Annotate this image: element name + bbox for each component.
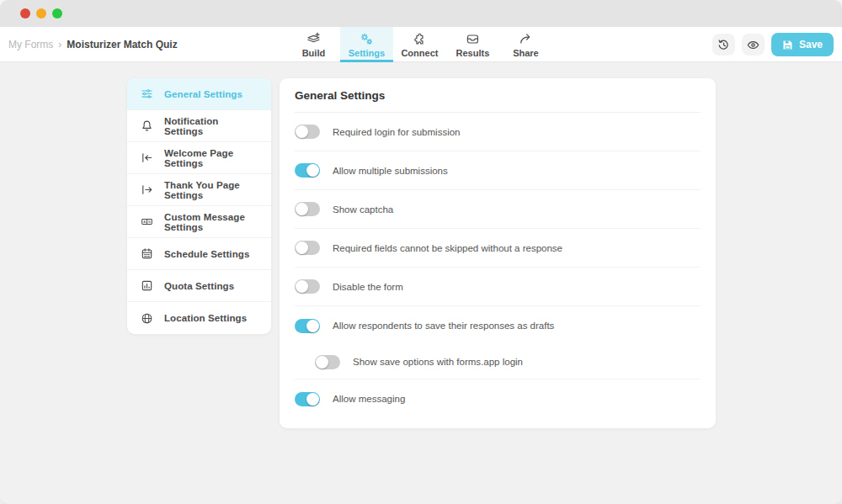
sidebar-item-label: Location Settings — [164, 313, 247, 323]
sliders-icon — [140, 88, 153, 101]
setting-label: Required fields cannot be skipped withou… — [333, 243, 562, 253]
tab-connect[interactable]: Connect — [393, 27, 446, 62]
breadcrumb: My Forms › Moisturizer Match Quiz — [0, 39, 178, 50]
tab-label: Settings — [349, 48, 385, 58]
save-label: Save — [799, 39, 823, 50]
tab-share[interactable]: Share — [499, 27, 552, 62]
toggle-disable-form[interactable] — [295, 279, 320, 294]
preview-button[interactable] — [742, 34, 765, 56]
minimize-window-button[interactable] — [36, 8, 46, 19]
window-controls — [20, 8, 62, 19]
setting-row-allow-messaging: Allow messaging — [295, 379, 701, 418]
eye-icon — [747, 39, 759, 51]
setting-label: Disable the form — [333, 282, 403, 292]
setting-row-multiple-submissions: Allow multiple submissions — [295, 151, 701, 190]
toggle-multiple-submissions[interactable] — [295, 163, 320, 178]
app-window: My Forms › Moisturizer Match Quiz Build — [0, 0, 842, 504]
setting-row-save-drafts: Allow respondents to save their response… — [295, 306, 701, 345]
sidebar-item-label: Welcome Page Settings — [164, 148, 258, 168]
history-button[interactable] — [712, 34, 735, 56]
zoom-window-button[interactable] — [52, 8, 62, 19]
sidebar-item-label: Custom Message Settings — [164, 212, 258, 232]
setting-row-required-fields: Required fields cannot be skipped withou… — [295, 229, 701, 268]
toggle-show-captcha[interactable] — [295, 202, 320, 216]
puzzle-icon — [413, 32, 427, 46]
setting-row-required-login: Required login for submission — [295, 113, 701, 151]
toggle-required-login[interactable] — [295, 125, 320, 139]
setting-row-save-options-login: Show save options with forms.app login — [295, 345, 701, 379]
layers-plus-icon — [306, 32, 321, 46]
calendar-icon — [140, 247, 153, 261]
sidebar-item-label: General Settings — [164, 89, 242, 99]
tab-build[interactable]: Build — [287, 27, 340, 62]
globe-icon — [140, 311, 153, 325]
sidebar-item-label: Schedule Settings — [164, 249, 249, 259]
history-icon — [717, 39, 730, 51]
general-settings-panel: General Settings Required login for subm… — [280, 78, 716, 428]
tab-label: Share — [513, 48, 539, 58]
sidebar-item-label: Thank You Page Settings — [164, 180, 258, 200]
inbox-icon — [466, 32, 480, 46]
bell-icon — [140, 119, 153, 133]
toggle-save-options-login[interactable] — [315, 355, 340, 369]
sidebar-item-location-settings[interactable]: Location Settings — [127, 302, 271, 334]
setting-label: Required login for submission — [333, 127, 461, 137]
setting-label: Show captcha — [333, 204, 393, 215]
setting-row-show-captcha: Show captcha — [295, 190, 701, 229]
sidebar-item-schedule-settings[interactable]: Schedule Settings — [127, 238, 271, 270]
sidebar-item-label: Notification Settings — [164, 116, 258, 136]
settings-page: General Settings Notification Settings — [0, 62, 842, 504]
macos-titlebar — [0, 0, 842, 27]
exit-arrow-icon — [140, 183, 153, 197]
close-window-button[interactable] — [20, 8, 30, 19]
breadcrumb-form-title: Moisturizer Match Quiz — [67, 39, 177, 50]
main-tabs: Build Settings — [287, 27, 552, 62]
panel-title-row: General Settings — [295, 78, 701, 113]
svg-text:A: A — [143, 220, 146, 224]
sidebar-item-general-settings[interactable]: General Settings — [127, 78, 271, 110]
tab-label: Results — [456, 48, 490, 58]
breadcrumb-separator: › — [58, 39, 61, 50]
setting-label: Allow multiple submissions — [333, 166, 448, 176]
sidebar-item-label: Quota Settings — [164, 281, 234, 291]
toggle-allow-messaging[interactable] — [295, 392, 320, 406]
breadcrumb-my-forms[interactable]: My Forms — [8, 39, 53, 50]
toggle-required-fields[interactable] — [295, 241, 320, 255]
enter-arrow-icon — [140, 151, 153, 165]
tab-settings[interactable]: Settings — [340, 27, 393, 62]
sidebar-item-quota-settings[interactable]: Quota Settings — [127, 270, 271, 302]
save-button[interactable]: Save — [771, 33, 834, 56]
setting-label: Allow respondents to save their response… — [333, 321, 554, 331]
sidebar-item-custom-message-settings[interactable]: A B Custom Message Settings — [127, 206, 271, 238]
sidebar-item-thank-you-page-settings[interactable]: Thank You Page Settings — [127, 174, 271, 206]
setting-label: Show save options with forms.app login — [353, 357, 523, 367]
setting-row-disable-form: Disable the form — [295, 268, 701, 306]
panel-title: General Settings — [295, 89, 385, 102]
header-actions: Save — [712, 27, 834, 62]
ab-text-icon: A B — [140, 215, 153, 229]
sidebar-item-notification-settings[interactable]: Notification Settings — [127, 110, 271, 142]
setting-label: Allow messaging — [333, 394, 405, 404]
tab-results[interactable]: Results — [446, 27, 499, 62]
bar-chart-box-icon — [140, 279, 153, 293]
app-header: My Forms › Moisturizer Match Quiz Build — [0, 27, 842, 62]
floppy-icon — [782, 40, 793, 50]
share-arrow-icon — [519, 32, 533, 46]
settings-sidebar: General Settings Notification Settings — [127, 78, 271, 334]
gears-icon — [360, 32, 374, 46]
svg-text:B: B — [147, 220, 150, 224]
tab-label: Connect — [401, 48, 438, 58]
sidebar-item-welcome-page-settings[interactable]: Welcome Page Settings — [127, 142, 271, 174]
tab-label: Build — [302, 48, 326, 58]
toggle-save-drafts[interactable] — [295, 319, 320, 333]
